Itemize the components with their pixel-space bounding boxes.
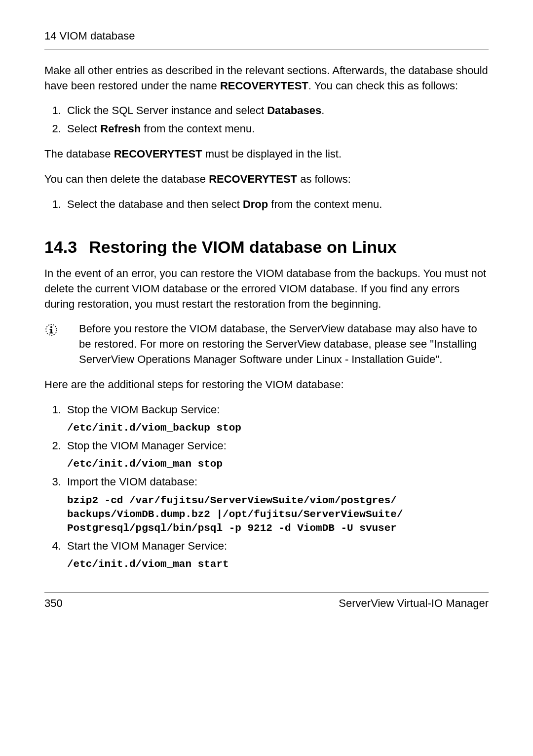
product-name: ServerView Virtual-IO Manager (339, 596, 489, 611)
step-item: Select the database and then select Drop… (64, 197, 489, 212)
intro-paragraph-3: You can then delete the database RECOVER… (44, 172, 489, 187)
text-bold: Refresh (100, 122, 141, 135)
section-intro: In the event of an error, you can restor… (44, 266, 489, 312)
step-item: Import the VIOM database: bzip2 -cd /var… (64, 475, 489, 536)
code-block: /etc/init.d/viom_backup stop (67, 421, 489, 435)
step-item: Stop the VIOM Manager Service: /etc/init… (64, 438, 489, 472)
intro-paragraph-2: The database RECOVERYTEST must be displa… (44, 147, 489, 162)
text: . (321, 104, 324, 117)
step-item: Stop the VIOM Backup Service: /etc/init.… (64, 402, 489, 436)
chapter-label: 14 VIOM database (44, 30, 135, 42)
section-lead: Here are the additional steps for restor… (44, 377, 489, 393)
linux-steps: Stop the VIOM Backup Service: /etc/init.… (44, 402, 489, 572)
text: from the context menu. (268, 198, 382, 210)
text-bold: Drop (243, 198, 268, 210)
step-item: Select Refresh from the context menu. (64, 121, 489, 137)
section-title: Restoring the VIOM database on Linux (89, 236, 396, 259)
page-footer: 350 ServerView Virtual-IO Manager (44, 596, 489, 611)
svg-rect-3 (50, 333, 53, 334)
text-bold: RECOVERYTEST (209, 173, 297, 185)
steps-list-2: Select the database and then select Drop… (44, 197, 489, 212)
code-block: /etc/init.d/viom_man stop (67, 457, 489, 471)
section-heading: 14.3 Restoring the VIOM database on Linu… (44, 236, 489, 259)
steps-list-1: Click the SQL Server instance and select… (44, 103, 489, 137)
text: Select (67, 122, 100, 135)
page-header: 14 VIOM database (44, 29, 489, 44)
step-item: Start the VIOM Manager Service: /etc/ini… (64, 539, 489, 572)
svg-point-1 (50, 326, 52, 328)
text: Select the database and then select (67, 198, 243, 210)
text: must be displayed in the list. (202, 148, 342, 160)
text: as follows: (297, 173, 351, 185)
page-number: 350 (44, 596, 63, 611)
step-label: Stop the VIOM Backup Service: (67, 402, 489, 418)
code-block: bzip2 -cd /var/fujitsu/ServerViewSuite/v… (67, 494, 489, 536)
text: Click the SQL Server instance and select (67, 104, 267, 117)
footer-rule (44, 593, 489, 593)
svg-rect-4 (50, 329, 52, 330)
section-number: 14.3 (44, 236, 77, 259)
note-block: Before you restore the VIOM database, th… (44, 321, 489, 367)
note-text: Before you restore the VIOM database, th… (79, 321, 489, 367)
info-icon (44, 321, 79, 337)
header-rule (44, 49, 489, 49)
step-label: Stop the VIOM Manager Service: (67, 438, 489, 454)
text-bold: RECOVERYTEST (220, 80, 308, 92)
step-item: Click the SQL Server instance and select… (64, 103, 489, 119)
text-bold: Databases (267, 104, 321, 117)
text: . You can check this as follows: (308, 80, 458, 92)
step-label: Start the VIOM Manager Service: (67, 539, 489, 554)
text: You can then delete the database (44, 173, 209, 185)
step-label: Import the VIOM database: (67, 475, 489, 490)
intro-paragraph-1: Make all other entries as described in t… (44, 63, 489, 94)
text: from the context menu. (141, 122, 255, 135)
text: The database (44, 148, 114, 160)
code-block: /etc/init.d/viom_man start (67, 557, 489, 571)
text-bold: RECOVERYTEST (114, 148, 202, 160)
